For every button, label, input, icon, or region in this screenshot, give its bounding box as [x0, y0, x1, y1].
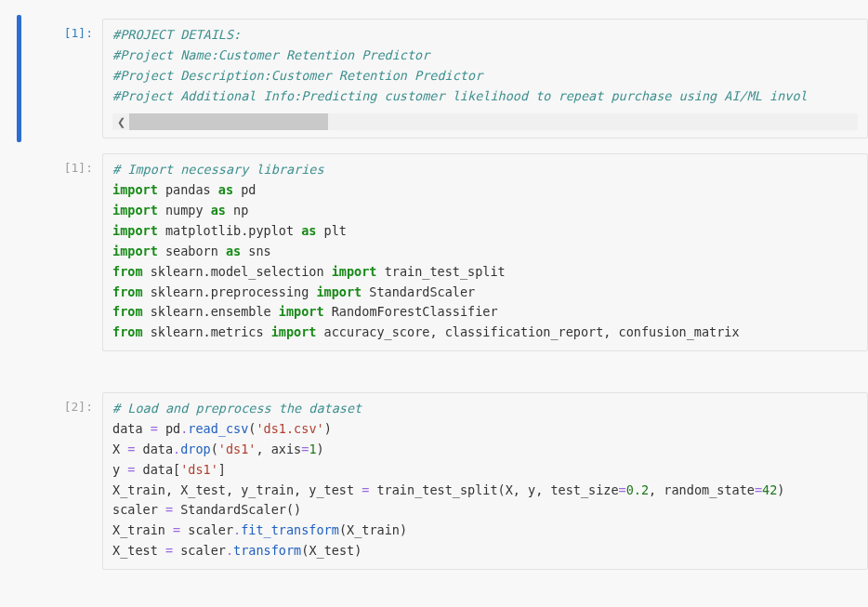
- code-token: as: [218, 182, 233, 197]
- cell-body[interactable]: # Import necessary libraries import pand…: [102, 153, 868, 351]
- code-token: sklearn.model_selection: [143, 264, 332, 279]
- code-token: 1: [309, 442, 316, 456]
- code-token: ): [324, 421, 332, 436]
- cell-body[interactable]: #PROJECT DETAILS: #Project Name:Customer…: [102, 19, 868, 139]
- code-token: as: [211, 203, 226, 218]
- cell-prompt-label: [2]:: [64, 400, 93, 414]
- code-token: 0.2: [626, 482, 649, 497]
- code-token: StandardScaler(): [173, 502, 301, 517]
- code-token: (X_train): [339, 522, 407, 537]
- code-token: ): [777, 482, 784, 497]
- code-token: =: [151, 421, 158, 436]
- code-token: train_test_split: [377, 264, 506, 279]
- code-token: pd: [158, 421, 180, 436]
- code-token: , random_state: [649, 482, 755, 497]
- code-token: .: [233, 522, 241, 537]
- code-token: (X_test): [301, 543, 362, 558]
- code-block[interactable]: #PROJECT DETAILS: #Project Name:Customer…: [112, 25, 858, 106]
- code-token: import: [271, 324, 317, 339]
- scrollbar-track[interactable]: [129, 113, 841, 130]
- horizontal-scrollbar[interactable]: ❮: [112, 113, 858, 130]
- code-token: =: [165, 502, 173, 517]
- code-token: # Import necessary libraries: [112, 162, 324, 177]
- code-token: sklearn.preprocessing: [143, 284, 317, 299]
- code-token: (: [211, 442, 218, 456]
- code-token: =: [173, 522, 180, 537]
- code-cell[interactable]: [2]:# Load and preprocess the dataset da…: [0, 389, 868, 574]
- cell-prompt-label: [1]:: [64, 161, 93, 175]
- code-token: data: [135, 442, 173, 456]
- code-token: scaler: [173, 543, 226, 558]
- code-token: =: [619, 482, 626, 497]
- code-token: X: [112, 442, 127, 456]
- code-token: #PROJECT DETAILS:: [112, 27, 241, 42]
- code-token: 42: [762, 482, 777, 497]
- cell-prompt: [1]:: [0, 153, 102, 351]
- code-token: #Project Description:Customer Retention …: [112, 68, 482, 83]
- code-token: =: [165, 543, 173, 558]
- code-token: import: [112, 244, 158, 258]
- code-token: , axis: [256, 442, 301, 456]
- code-token: from: [112, 284, 143, 299]
- code-token: #Project Name:Customer Retention Predict…: [112, 47, 429, 62]
- code-token: StandardScaler: [362, 284, 475, 299]
- code-token: sklearn.metrics: [143, 324, 271, 339]
- code-token: y: [112, 462, 127, 477]
- code-token: from: [112, 264, 143, 279]
- scroll-right-button[interactable]: [841, 113, 858, 130]
- code-token: scaler: [112, 502, 165, 517]
- code-token: drop: [180, 442, 211, 456]
- code-token: =: [755, 482, 762, 497]
- code-token: .: [173, 442, 180, 456]
- code-token: pd: [233, 182, 256, 197]
- scroll-left-button[interactable]: ❮: [112, 113, 129, 130]
- code-token: .: [226, 543, 233, 558]
- cell-body[interactable]: # Load and preprocess the dataset data =…: [102, 392, 868, 570]
- code-token: 'ds1.csv': [256, 421, 323, 436]
- code-token: plt: [316, 223, 347, 238]
- code-block[interactable]: # Load and preprocess the dataset data =…: [112, 399, 858, 561]
- code-token: X_train, X_test, y_train, y_test: [112, 482, 362, 497]
- code-block[interactable]: # Import necessary libraries import pand…: [112, 160, 858, 343]
- cell-gap: [0, 363, 868, 389]
- code-token: 'ds1': [218, 442, 256, 456]
- code-token: read_csv: [188, 421, 248, 436]
- code-token: ]: [218, 462, 226, 477]
- code-token: seaborn: [158, 244, 226, 258]
- code-token: scaler: [180, 522, 233, 537]
- code-token: import: [332, 264, 377, 279]
- cell-prompt-label: [1]:: [64, 26, 93, 40]
- code-token: from: [112, 304, 143, 319]
- code-token: train_test_split(X, y, test_size: [369, 482, 618, 497]
- code-cell[interactable]: [1]:# Import necessary libraries import …: [0, 150, 868, 355]
- notebook: [1]:#PROJECT DETAILS: #Project Name:Cust…: [0, 0, 868, 574]
- code-token: X_train: [112, 522, 173, 537]
- code-token: # Load and preprocess the dataset: [112, 401, 362, 416]
- cell-prompt: [1]:: [0, 19, 102, 139]
- code-token: 'ds1': [180, 462, 218, 477]
- code-token: import: [112, 203, 158, 218]
- code-token: from: [112, 324, 143, 339]
- scrollbar-thumb[interactable]: [129, 113, 328, 130]
- code-cell[interactable]: [1]:#PROJECT DETAILS: #Project Name:Cust…: [0, 15, 868, 142]
- code-token: numpy: [158, 203, 211, 218]
- code-token: transform: [233, 543, 301, 558]
- cell-prompt: [2]:: [0, 392, 102, 570]
- code-token: import: [279, 304, 324, 319]
- code-token: RandomForestClassifier: [324, 304, 498, 319]
- code-token: import: [112, 182, 158, 197]
- code-token: import: [112, 223, 158, 238]
- chevron-left-icon: ❮: [117, 116, 125, 128]
- code-token: data: [112, 421, 151, 436]
- code-token: matplotlib.pyplot: [158, 223, 301, 238]
- code-token: fit_transform: [241, 522, 339, 537]
- code-token: sns: [241, 244, 271, 258]
- code-token: pandas: [158, 182, 218, 197]
- code-token: #Project Additional Info:Predicting cust…: [112, 88, 808, 103]
- code-token: ): [317, 442, 324, 456]
- code-token: X_test: [112, 543, 165, 558]
- code-token: as: [226, 244, 241, 258]
- code-token: data[: [135, 462, 180, 477]
- code-token: sklearn.ensemble: [143, 304, 279, 319]
- code-token: np: [226, 203, 248, 218]
